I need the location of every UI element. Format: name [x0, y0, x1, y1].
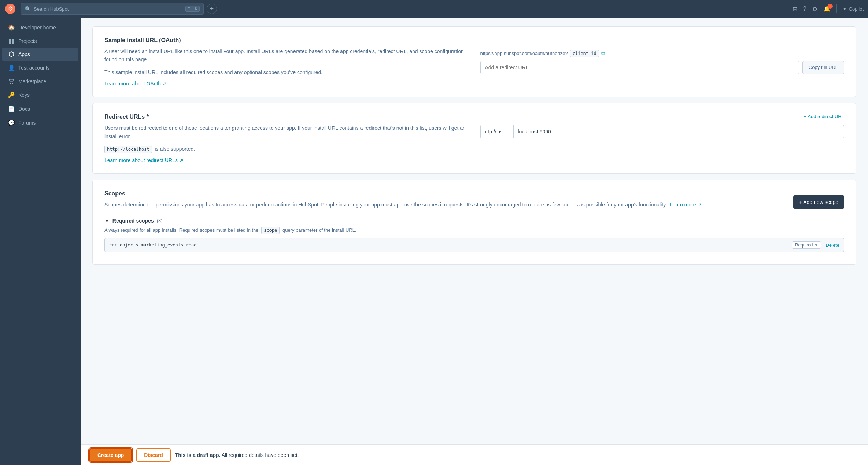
scopes-title: Scopes [104, 190, 702, 197]
copilot-button[interactable]: ✦ Copilot [843, 6, 864, 12]
sidebar-item-marketplace[interactable]: Marketplace [2, 75, 78, 88]
sidebar-item-apps[interactable]: Apps [2, 48, 78, 61]
keys-icon: 🔑 [8, 92, 15, 98]
client-id-badge: client_id [570, 50, 599, 57]
protocol-selector[interactable]: http:// ▼ [480, 125, 513, 138]
grid-icon[interactable]: ⊞ [793, 6, 797, 12]
oauth-url-link-icon[interactable]: ⧉ [601, 50, 605, 56]
scope-code-inline: scope [261, 227, 280, 234]
bottom-bar: Create app Discard This is a draft app. … [81, 444, 868, 465]
sidebar-item-projects[interactable]: Projects [2, 34, 78, 48]
search-bar[interactable]: 🔍 Search HubSpot Ctrl K [21, 3, 204, 15]
sidebar-label-projects: Projects [18, 38, 37, 44]
add-new-scope-button[interactable]: + Add new scope [793, 195, 844, 209]
oauth-url-text: https://app.hubspot.com/oauth/authorize? [480, 51, 568, 56]
required-scopes-label: Required scopes [112, 218, 154, 224]
sidebar-item-test-accounts[interactable]: 👤 Test accounts [2, 61, 78, 75]
external-link-icon: ↗ [162, 81, 167, 87]
hubspot-logo [4, 3, 16, 15]
redirect-left: Redirect URLs * Users must be redirected… [104, 114, 469, 163]
scope-item: crm.objects.marketing_events.read Requir… [104, 238, 844, 252]
sidebar-label-keys: Keys [18, 92, 30, 98]
svg-rect-1 [9, 39, 11, 41]
sidebar-item-keys[interactable]: 🔑 Keys [2, 88, 78, 102]
search-icon: 🔍 [25, 6, 31, 12]
scopes-header-row: Scopes Scopes determine the permissions … [104, 190, 844, 213]
scope-required-label: Required [795, 242, 813, 248]
scopes-desc-text: Scopes determine the permissions your ap… [104, 202, 667, 208]
notification-badge: 1 [828, 4, 833, 9]
sidebar-label-forums: Forums [18, 120, 36, 126]
oauth-left: Sample install URL (OAuth) A user will n… [104, 37, 469, 87]
oauth-right: https://app.hubspot.com/oauth/authorize?… [480, 37, 845, 87]
svg-point-6 [10, 83, 11, 84]
copy-full-url-button[interactable]: Copy full URL [802, 61, 844, 74]
marketplace-icon [8, 78, 15, 84]
projects-icon [8, 38, 15, 44]
sidebar-item-developer-home[interactable]: 🏠 Developer home [2, 21, 78, 34]
redirect-urls-card: Redirect URLs * Users must be redirected… [92, 103, 856, 174]
redirect-layout: Redirect URLs * Users must be redirected… [104, 114, 844, 163]
localhost-note: http://localhost is also supported. [104, 145, 469, 153]
scope-name: crm.objects.marketing_events.read [109, 242, 196, 248]
docs-icon: 📄 [8, 106, 15, 112]
add-button[interactable]: + [207, 4, 217, 14]
oauth-learn-more-link[interactable]: Learn more about OAuth ↗ [104, 81, 167, 87]
scopes-learn-more-link[interactable]: Learn more ↗ [670, 201, 702, 209]
required-scopes-desc: Always required for all app installs. Re… [104, 227, 844, 234]
forums-icon: 💬 [8, 120, 15, 126]
discard-button[interactable]: Discard [136, 448, 170, 462]
scopes-desc: Scopes determine the permissions your ap… [104, 201, 702, 209]
content-area: Sample install URL (OAuth) A user will n… [81, 18, 868, 465]
sidebar-label-developer-home: Developer home [18, 25, 56, 30]
svg-point-7 [12, 83, 13, 84]
test-accounts-icon: 👤 [8, 65, 15, 71]
svg-rect-3 [9, 41, 11, 44]
main-layout: 🏠 Developer home Projects Apps 👤 Test ac… [0, 18, 868, 465]
help-icon[interactable]: ? [803, 6, 806, 12]
oauth-desc2: This sample install URL includes all req… [104, 68, 469, 76]
collapse-icon: ▼ [104, 218, 110, 224]
scope-required-button[interactable]: Required ▼ [792, 241, 821, 249]
scope-delete-button[interactable]: Delete [825, 242, 839, 248]
sidebar-label-marketplace: Marketplace [18, 78, 46, 84]
scopes-card: Scopes Scopes determine the permissions … [92, 180, 856, 265]
sidebar: 🏠 Developer home Projects Apps 👤 Test ac… [0, 18, 81, 465]
required-scopes-header[interactable]: ▼ Required scopes (3) [104, 218, 844, 224]
home-icon: 🏠 [8, 24, 15, 31]
redirect-url-row: http:// ▼ [480, 125, 845, 138]
redirect-learn-more-link[interactable]: Learn more about redirect URLs ↗ [104, 157, 184, 163]
chevron-down-icon: ▼ [498, 130, 502, 134]
redirect-external-link-icon: ↗ [179, 157, 184, 163]
redirect-urls-desc: Users must be redirected to one of these… [104, 124, 469, 140]
localhost-note-text: is also supported. [155, 146, 195, 152]
oauth-card-title: Sample install URL (OAuth) [104, 37, 469, 44]
draft-message-bold: This is a draft app. [175, 452, 221, 458]
redirect-right: + Add redirect URL http:// ▼ [480, 114, 845, 163]
sample-install-url-card: Sample install URL (OAuth) A user will n… [92, 26, 856, 97]
url-path-input[interactable] [513, 125, 845, 138]
required-desc-post: query parameter of the install URL. [282, 227, 357, 233]
settings-icon[interactable]: ⚙ [812, 6, 817, 12]
create-app-button[interactable]: Create app [89, 448, 132, 462]
oauth-learn-more-text: Learn more about OAuth [104, 81, 161, 87]
required-scopes-count: (3) [157, 218, 163, 223]
redirect-learn-more-text: Learn more about redirect URLs [104, 157, 178, 163]
copilot-label: Copilot [849, 6, 864, 12]
oauth-desc1: A user will need an install URL like thi… [104, 47, 469, 64]
add-redirect-url-link[interactable]: + Add redirect URL [480, 114, 845, 119]
top-nav: 🔍 Search HubSpot Ctrl K + ⊞ ? ⚙ 🔔 1 ✦ Co… [0, 0, 868, 18]
oauth-layout: Sample install URL (OAuth) A user will n… [104, 37, 844, 87]
sidebar-item-forums[interactable]: 💬 Forums [2, 116, 78, 130]
scopes-learn-more-text: Learn more [670, 201, 696, 209]
copilot-icon: ✦ [843, 6, 847, 12]
nav-divider [836, 4, 837, 13]
nav-icons: ⊞ ? ⚙ 🔔 1 ✦ Copilot [793, 4, 864, 13]
svg-rect-2 [12, 39, 14, 41]
oauth-url-display: https://app.hubspot.com/oauth/authorize?… [480, 50, 845, 57]
notifications-icon[interactable]: 🔔 1 [823, 6, 831, 12]
sidebar-item-docs[interactable]: 📄 Docs [2, 102, 78, 116]
redirect-url-input[interactable] [480, 61, 799, 74]
apps-icon [8, 51, 15, 57]
scopes-external-icon: ↗ [698, 201, 702, 209]
